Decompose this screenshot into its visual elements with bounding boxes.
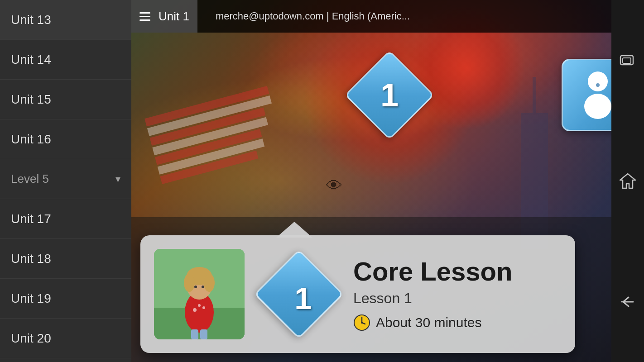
svg-rect-15	[191, 329, 198, 339]
sidebar-item-unit-17[interactable]: Unit 17	[0, 199, 131, 239]
time-label: About 30 minutes	[376, 315, 481, 330]
svg-marker-24	[620, 174, 635, 188]
popup-pointer	[276, 222, 312, 238]
sidebar-item-level-5[interactable]: Level 5 ▾	[0, 159, 131, 199]
svg-point-7	[202, 306, 205, 309]
popup-time: About 30 minutes	[353, 314, 562, 331]
eye-graphic: 👁	[326, 176, 342, 195]
sidebar-item-unit-16[interactable]: Unit 16	[0, 119, 131, 159]
svg-point-0	[588, 71, 608, 91]
back-button[interactable]	[616, 290, 639, 314]
unit-15-label: Unit 15	[11, 92, 51, 107]
sidebar: Unit 13 Unit 14 Unit 15 Unit 16 Level 5 …	[0, 0, 131, 362]
menu-button[interactable]: Unit 1	[131, 0, 197, 33]
chevron-down-icon: ▾	[115, 173, 120, 185]
main-content: 👁 Unit 1 merche@uptodown.com | English (…	[131, 0, 625, 362]
popup-text-area: Core Lesson Lesson 1 About 30 minutes	[353, 257, 562, 332]
thumbnail-content	[154, 249, 245, 339]
svg-point-2	[596, 83, 600, 87]
sidebar-item-unit-19[interactable]: Unit 19	[0, 279, 131, 319]
child-svg	[154, 249, 245, 339]
svg-point-13	[194, 286, 197, 288]
lesson-thumbnail	[154, 249, 245, 339]
svg-point-21	[361, 322, 363, 324]
header-user-info: merche@uptodown.com | English (Americ...	[216, 10, 410, 22]
popup-diamond-wrap: 1	[258, 249, 340, 339]
recent-apps-icon	[620, 54, 636, 67]
popup-subtitle: Lesson 1	[353, 290, 562, 307]
main-diamond-badge[interactable]: 1	[349, 54, 430, 136]
svg-point-14	[202, 286, 204, 288]
header-unit-label: Unit 1	[159, 10, 189, 24]
popup-diamond-number: 1	[294, 281, 312, 316]
home-icon	[619, 173, 636, 189]
sidebar-item-unit-13[interactable]: Unit 13	[0, 0, 131, 40]
svg-point-11	[184, 274, 195, 292]
unit-20-label: Unit 20	[11, 331, 51, 346]
hamburger-icon	[139, 12, 150, 21]
sidebar-item-unit-20[interactable]: Unit 20	[0, 319, 131, 358]
popup-title: Core Lesson	[353, 257, 562, 286]
unit-19-label: Unit 19	[11, 291, 51, 306]
svg-point-6	[193, 308, 197, 312]
home-button[interactable]	[616, 169, 639, 193]
svg-point-12	[204, 274, 215, 292]
unit-18-label: Unit 18	[11, 252, 51, 266]
sidebar-item-unit-14[interactable]: Unit 14	[0, 40, 131, 80]
level-5-label: Level 5	[11, 172, 49, 186]
unit-14-label: Unit 14	[11, 52, 51, 67]
unit-16-label: Unit 16	[11, 132, 51, 147]
svg-rect-16	[200, 329, 207, 339]
right-nav	[611, 0, 644, 362]
svg-point-1	[584, 94, 611, 119]
popup-card[interactable]: 1 Core Lesson Lesson 1 About 30 minutes	[140, 235, 575, 353]
svg-point-8	[198, 304, 201, 307]
clock-icon	[353, 314, 370, 331]
sidebar-item-unit-15[interactable]: Unit 15	[0, 80, 131, 119]
recent-apps-button[interactable]	[616, 48, 639, 72]
header-bar: Unit 1 merche@uptodown.com | English (Am…	[131, 0, 625, 33]
diamond-number: 1	[380, 76, 399, 114]
unit-17-label: Unit 17	[11, 212, 51, 226]
back-icon	[619, 294, 637, 310]
unit-13-label: Unit 13	[11, 13, 51, 27]
svg-rect-23	[623, 58, 631, 63]
sidebar-item-unit-18[interactable]: Unit 18	[0, 239, 131, 279]
